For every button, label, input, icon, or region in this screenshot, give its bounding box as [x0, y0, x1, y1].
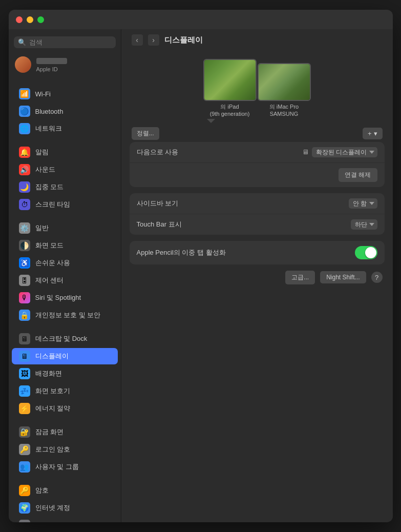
display-item-imac[interactable]: 의 iMac Pro SAMSUNG — [258, 63, 311, 118]
sidebar-item-display[interactable]: 🖥 디스플레이 — [12, 348, 118, 364]
system-preferences-window: 🔍 Apple ID 📶 Wi-Fi 🔵 — [9, 10, 393, 522]
sidebar-item-siri[interactable]: 🎙 Siri 및 Spotlight — [12, 290, 118, 306]
ipad-thumbnail-image — [204, 60, 256, 100]
minimize-button[interactable] — [27, 16, 33, 23]
search-box[interactable]: 🔍 — [14, 36, 116, 48]
sidebar-item-sound[interactable]: 🔊 사운드 — [12, 161, 118, 178]
imac-thumbnail-image — [259, 64, 310, 100]
use-as-label: 다음으로 사용 — [137, 148, 179, 157]
sidebar-item-label: 개인정보 보호 및 보안 — [35, 311, 101, 320]
sidebar-item-alarm[interactable]: 🔔 알림 — [12, 144, 118, 160]
sidebar-item-gamecenter[interactable]: 🎮 Game Center — [12, 517, 118, 522]
close-button[interactable] — [16, 16, 23, 23]
siri-icon: 🎙 — [19, 292, 30, 303]
sound-icon: 🔊 — [19, 164, 30, 175]
sidebar-item-label: 화면 모드 — [35, 241, 64, 250]
sidebar-item-privacy[interactable]: 🔒 개인정보 보호 및 보안 — [12, 307, 118, 323]
selected-display-indicator — [207, 119, 215, 123]
sidebar-item-label: 일반 — [35, 223, 49, 233]
night-shift-button[interactable]: Night Shift... — [320, 271, 366, 283]
forward-button[interactable]: › — [148, 34, 159, 46]
sidebar-item-label: 화면 보호기 — [35, 386, 71, 396]
arrange-button[interactable]: 정렬... — [132, 127, 159, 140]
sidebar-item-label: 네트워크 — [35, 124, 62, 133]
panel-header: ‹ › 디스플레이 — [121, 29, 393, 51]
chevron-down-icon: ▾ — [374, 130, 377, 137]
sidebar-item-network[interactable]: 🌐 네트워크 — [12, 120, 118, 137]
search-input[interactable] — [29, 38, 112, 46]
title-bar — [9, 10, 393, 29]
help-button[interactable]: ? — [371, 272, 383, 283]
sidebar-item-internet[interactable]: 🌍 인터넷 계정 — [12, 500, 118, 516]
sidebar-item-bluetooth[interactable]: 🔵 Bluetooth — [12, 103, 118, 119]
sidebar-item-label: 알림 — [35, 148, 49, 157]
sidebar-item-label: 제어 센터 — [35, 276, 64, 285]
login-icon: 🔑 — [19, 444, 30, 455]
sidebar-item-label: Wi-Fi — [35, 90, 51, 98]
plus-icon: + — [368, 130, 372, 137]
sidebar-item-screensaver[interactable]: 💤 화면 보호기 — [12, 383, 118, 399]
sidebar: 🔍 Apple ID 📶 Wi-Fi 🔵 — [9, 29, 121, 522]
sidebar-item-general[interactable]: ⚙️ 일반 — [12, 220, 118, 236]
users-icon: 👥 — [19, 461, 30, 473]
desktop-icon: 🖥 — [19, 333, 30, 344]
panel-title: 디스플레이 — [164, 35, 203, 45]
display-thumbnails-row: 의 iPad (9th generation) 의 iMac Pro SAMSU… — [203, 59, 311, 118]
imac-label: 의 iMac Pro SAMSUNG — [269, 103, 299, 118]
internet-icon: 🌍 — [19, 502, 30, 514]
display-item-ipad[interactable]: 의 iPad (9th generation) — [203, 59, 257, 118]
sidebar-item-focus[interactable]: 🌙 집중 모드 — [12, 179, 118, 195]
lock-icon: 🔐 — [19, 426, 30, 438]
back-button[interactable]: ‹ — [132, 34, 143, 46]
sidebar-item-label: Siri 및 Spotlight — [35, 293, 81, 302]
use-as-value-container: 🖥 확장된 디스플레이 — [302, 147, 377, 157]
sidebar-item-label: 암호 — [35, 486, 49, 495]
sidebar-item-label: 배경화면 — [35, 369, 62, 378]
gamecenter-icon: 🎮 — [19, 520, 30, 522]
sidebar-item-wallpaper[interactable]: 🖼 배경화면 — [12, 365, 118, 382]
sidebar-item-label: 손쉬운 사용 — [35, 258, 71, 268]
accessibility-icon: ♿ — [19, 257, 30, 269]
touchbar-label: Touch Bar 표시 — [137, 220, 182, 229]
profile-item[interactable]: Apple ID — [9, 53, 121, 76]
sidebar-select[interactable]: 안 함 — [349, 198, 377, 209]
use-as-row: 다음으로 사용 🖥 확장된 디스플레이 — [130, 142, 385, 163]
pencil-row: Apple Pencil의 이중 탭 활성화 — [130, 241, 385, 264]
sidebar-item-screenmode[interactable]: 🌓 화면 모드 — [12, 237, 118, 254]
energy-icon: ⚡ — [19, 403, 30, 414]
pencil-toggle[interactable] — [355, 246, 377, 259]
sidebar-item-label: 잠금 화면 — [35, 427, 64, 437]
sidebar-item-login[interactable]: 🔑 로그인 암호 — [12, 441, 118, 458]
sidebar-item-energy[interactable]: ⚡ 에너지 절약 — [12, 400, 118, 417]
sidebar-item-lock[interactable]: 🔐 잠금 화면 — [12, 424, 118, 440]
advanced-button[interactable]: 고급... — [285, 271, 315, 284]
disconnect-button[interactable]: 연결 해제 — [339, 168, 377, 182]
sidebar-item-desktop[interactable]: 🖥 데스크탑 및 Dock — [12, 331, 118, 347]
add-display-button[interactable]: + ▾ — [363, 128, 383, 139]
displays-area: 의 iPad (9th generation) 의 iMac Pro SAMSU… — [121, 51, 393, 118]
sidebar-item-control[interactable]: 🎛 제어 센터 — [12, 272, 118, 289]
screentime-icon: ⏱ — [19, 199, 30, 210]
bottom-buttons: 고급... Night Shift... ? — [121, 271, 393, 293]
touchbar-select[interactable]: 하단 — [351, 219, 377, 230]
main-panel: ‹ › 디스플레이 의 iPad (9th generation) — [121, 29, 393, 522]
sidebar-item-label: 로그인 암호 — [35, 445, 71, 454]
sidebar-item-accessibility[interactable]: ♿ 손쉬운 사용 — [12, 255, 118, 271]
sidebar-item-password[interactable]: 🔑 암호 — [12, 482, 118, 499]
sidebar-item-label: Game Center — [35, 522, 75, 523]
sidebar-item-wifi[interactable]: 📶 Wi-Fi — [12, 86, 118, 102]
ipad-thumbnail[interactable] — [203, 59, 257, 101]
imac-thumbnail[interactable] — [258, 63, 311, 101]
use-as-select[interactable]: 확장된 디스플레이 — [312, 147, 377, 157]
sidebar-item-users[interactable]: 👥 사용자 및 그룹 — [12, 459, 118, 475]
screenmode-icon: 🌓 — [19, 240, 30, 251]
maximize-button[interactable] — [37, 16, 44, 23]
sidebar-item-label: 사용자 및 그룹 — [35, 462, 79, 472]
wallpaper-icon: 🖼 — [19, 368, 30, 379]
toggle-knob — [365, 247, 376, 258]
touchbar-value-container: 하단 — [351, 219, 377, 230]
wifi-icon: 📶 — [19, 88, 30, 99]
sidebar-item-label: 인터넷 계정 — [35, 503, 71, 513]
sidebar-item-label: 에너지 절약 — [35, 404, 71, 413]
sidebar-item-screentime[interactable]: ⏱ 스크린 타임 — [12, 196, 118, 213]
